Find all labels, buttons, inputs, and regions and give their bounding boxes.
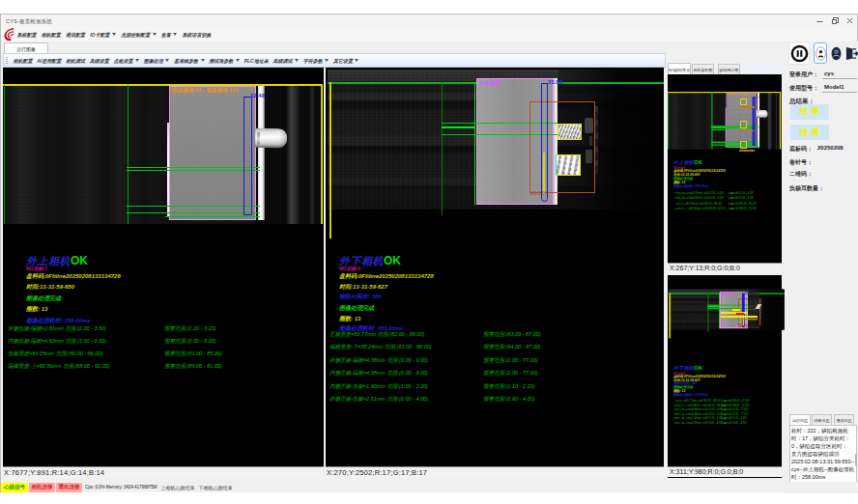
loops-label: 圈数: 13 bbox=[339, 315, 360, 323]
warn-row: 预警范围:(2.20 - 3.20) bbox=[164, 325, 216, 332]
menu-item-language[interactable]: 系统语言切换 bbox=[180, 32, 214, 38]
pause-button[interactable] bbox=[788, 42, 810, 65]
bright-background-band bbox=[758, 93, 759, 148]
maximize-icon bbox=[832, 17, 839, 24]
tool-image-processing[interactable]: 图像处理 bbox=[141, 58, 171, 64]
green-measure-line bbox=[442, 82, 443, 215]
defect-annotation bbox=[740, 319, 758, 321]
yellow-defect-box bbox=[740, 98, 747, 105]
camera-conn-badge: 相机连接 bbox=[29, 483, 55, 492]
sidebar: 登录用户： cys 使用型号： Model1 总结果： 结果 结果 底标码： 2… bbox=[786, 42, 858, 493]
left-status-bar: X:7677;Y:891;R:14;G:14;B:14 bbox=[3, 466, 324, 478]
bottom-status-bar: 心跳信号 相机连接 通讯连接 Cpu: 0.0% Memory: 3424.41… bbox=[1, 482, 857, 492]
base-code-label: 底标码： bbox=[789, 145, 813, 154]
blue-value-label: 53.48 bbox=[755, 96, 759, 98]
needle-label: 卷针号： bbox=[789, 158, 813, 167]
green-measure-line bbox=[442, 126, 475, 128]
green-measure-line bbox=[127, 167, 260, 168]
tool-camera-config[interactable]: 相机配置 bbox=[11, 58, 35, 64]
window-title: CYS-视觉检测系统 bbox=[6, 18, 52, 25]
warn-row: 预警范围:(81.00 - 85.00) bbox=[164, 350, 222, 357]
green-measure-line bbox=[165, 216, 260, 217]
upper-cam-heartbeat-label: 上相机心跳结束 bbox=[160, 485, 194, 490]
tool-ai-config[interactable]: AI使用配置 bbox=[35, 58, 64, 64]
log-textarea[interactable]: 耗时：222，缺陷检测耗时：17，缺陷分类耗时：0，缺陷提取分区耗时： 直方图提… bbox=[789, 425, 857, 486]
menubar: 系统配置 相机配置 通讯配置 IO卡配置 光源控制配置 查看 系统语言切换 bbox=[1, 27, 857, 42]
defect-annotation bbox=[732, 309, 740, 311]
menu-item-light-config[interactable]: 光源控制配置 bbox=[119, 32, 159, 38]
tool-baseline-params[interactable]: 基准线参数 bbox=[172, 58, 207, 64]
tool-char-params[interactable]: 字符参数 bbox=[300, 58, 330, 64]
menu-item-system-config[interactable]: 系统配置 bbox=[14, 32, 39, 38]
yellow-reference-line bbox=[329, 82, 331, 238]
exit-icon bbox=[845, 46, 858, 61]
chevron-down-icon bbox=[153, 33, 157, 36]
defect-annotation bbox=[721, 312, 748, 314]
measure-row: 外侧负极-隔膜=2.91mm 范围:(2.00 - 3.50) bbox=[8, 325, 106, 332]
warn-row: 预警范围:(2.00 - 77.00) bbox=[483, 357, 538, 364]
ai-elapsed-label: 相机AI耗时: 166 bbox=[339, 293, 382, 301]
bright-background-band bbox=[258, 86, 265, 220]
measure-row: 内侧正极-负极=1.90mm 范围:(1.00 - 2.20) bbox=[329, 383, 428, 390]
tool-spot-check[interactable]: 点检设置 bbox=[111, 58, 141, 64]
defect-annotation bbox=[736, 313, 744, 315]
left-camera-image: 静态阈值:93，动态阈值:100 53.48 bbox=[3, 68, 324, 232]
base-code-value: 20250208 bbox=[817, 145, 844, 151]
loops-label: 圈数: 13 bbox=[26, 305, 47, 314]
menu-item-comm-config[interactable]: 通讯配置 bbox=[63, 32, 87, 38]
login-user-value[interactable]: cys bbox=[824, 70, 834, 76]
chevron-down-icon bbox=[236, 59, 240, 62]
close-button[interactable] bbox=[843, 15, 856, 26]
blue-roi-box bbox=[243, 97, 252, 215]
tool-camera-debug[interactable]: 相机调试 bbox=[64, 58, 88, 64]
menu-item-camera-config[interactable]: 相机配置 bbox=[39, 32, 63, 38]
ng-micro-label: NG:0.00 bbox=[530, 191, 547, 196]
toolbar-grip bbox=[6, 57, 8, 65]
elapsed-label: 图像处理耗时: 258.00ms bbox=[26, 317, 91, 325]
tab-run-log[interactable]: 运行日志 bbox=[789, 414, 811, 425]
maximize-button[interactable] bbox=[828, 15, 842, 26]
green-measure-line bbox=[711, 92, 712, 149]
menu-item-io-config[interactable]: IO卡配置 bbox=[88, 32, 119, 38]
minimize-button[interactable] bbox=[813, 15, 826, 26]
tool-other-settings[interactable]: 其它设置 bbox=[331, 58, 361, 64]
threshold-label: 静态阈值:93，动态阈值:100 bbox=[728, 93, 751, 96]
close-icon bbox=[846, 17, 853, 24]
lower-cam-heartbeat-label: 下相机心跳结束 bbox=[198, 485, 232, 490]
yellow-reference-line bbox=[780, 92, 781, 149]
left-camera-image: 静态阈值:93，动态阈值:100 53.48 bbox=[668, 85, 781, 153]
chevron-down-icon bbox=[325, 59, 329, 62]
mini-top-status-bar: X:267;Y:13;R:0;G:0;B:0 bbox=[668, 263, 782, 273]
batch-code: 盘料码:0Ffiline20250208133134728 bbox=[26, 272, 121, 281]
mini-tab-strip: NG缺陷显示 相机实时图 缺陷统计图 bbox=[668, 62, 782, 75]
tool-test-params[interactable]: 测试项参数 bbox=[207, 58, 242, 64]
tab-result-log[interactable]: 结果日志 bbox=[812, 414, 832, 425]
model-value[interactable]: Model1 bbox=[824, 84, 844, 90]
measure-row: 负极宽度=83.05mm 范围:(80.00 - 86.00) bbox=[8, 350, 102, 357]
time-label: 时间:13-31-59-650 bbox=[26, 283, 74, 292]
tool-advanced-debug[interactable]: 高级调试 bbox=[271, 58, 300, 64]
defect-annotation bbox=[739, 150, 755, 152]
measure-row: 隔膜宽度-下=95.24mm 范围:(93.00 - 98.00) bbox=[329, 344, 432, 350]
log-scrollbar[interactable] bbox=[855, 454, 857, 465]
tab-comm-log[interactable]: 通讯日志 bbox=[834, 414, 854, 425]
cpu-memory-label: Cpu: 0.0% Memory: 3424.41796875M bbox=[85, 485, 157, 490]
tool-advanced-settings[interactable]: 高级设置 bbox=[87, 58, 111, 64]
green-measure-line bbox=[712, 126, 727, 127]
measure-row: 内侧正极-隔膜=4.38mm 范围:(0.00 - 9.00) bbox=[329, 370, 428, 377]
menu-item-view[interactable]: 查看 bbox=[158, 32, 180, 38]
exit-button[interactable] bbox=[844, 42, 858, 64]
mini-top-panel: 静态阈值:93，动态阈值:100 53.48 外上相机OK NG光标:1 盘料码… bbox=[668, 74, 782, 273]
warn-row: 预警范围:(2.00 - 77.00) bbox=[483, 370, 538, 377]
titlebar: CYS-视觉检测系统 bbox=[1, 14, 857, 27]
middle-camera-image: AI检测框 23.80 NG:0.00 bbox=[326, 68, 664, 241]
measure-row: 内侧负极-隔膜=4.60mm 范围:(3.00 - 6.00) bbox=[8, 338, 106, 345]
ai-box-label: AI检测框 bbox=[721, 292, 734, 295]
toolbar: 相机配置 AI使用配置 相机调试 高级设置 点检设置 图像处理 基准线参数 测试… bbox=[3, 53, 666, 68]
result-ok: OK bbox=[71, 254, 88, 267]
tool-plc-table[interactable]: PLC地址表 bbox=[242, 58, 271, 64]
user-lock-button[interactable] bbox=[830, 44, 842, 63]
user-button[interactable] bbox=[814, 42, 827, 64]
warn-row: 预警范围:(0.00 - 8.00) bbox=[164, 338, 216, 345]
batch-code: 盘料码:0Ffiline20250208133134728 bbox=[339, 272, 434, 281]
